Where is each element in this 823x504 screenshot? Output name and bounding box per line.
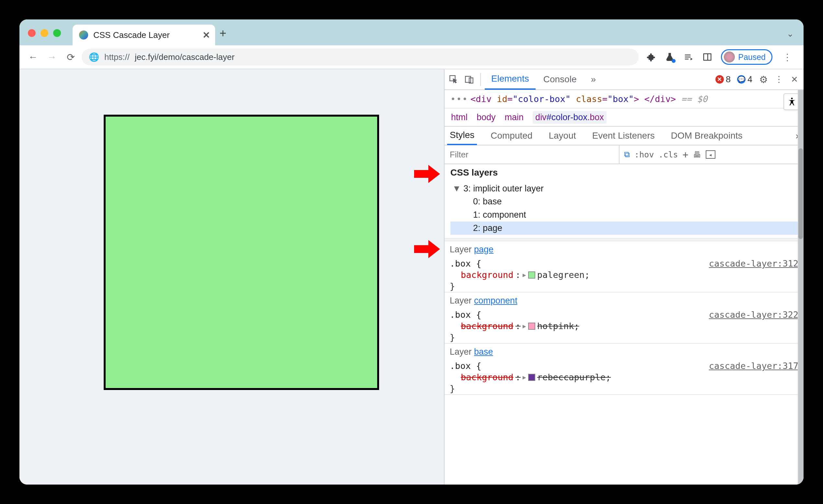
crumb-selected[interactable]: div#color-box.box — [533, 111, 607, 124]
ellipsis-icon[interactable]: ••• — [450, 94, 468, 104]
rule-layer-heading: Layer page — [445, 241, 804, 258]
dom-breadcrumb[interactable]: html body main div#color-box.box — [445, 109, 804, 127]
playlist-icon[interactable] — [683, 52, 694, 62]
crumb-html[interactable]: html — [451, 113, 468, 123]
favicon-icon — [79, 30, 88, 39]
extension-icons: Paused ⋮ — [642, 49, 798, 65]
crumb-main[interactable]: main — [505, 113, 524, 123]
styles-subtabs: Styles Computed Layout Event Listeners D… — [445, 127, 804, 145]
styles-filter-row: ⧉ :hov .cls + 🖶 ◂ — [445, 145, 804, 164]
rule-selector[interactable]: .box { — [450, 259, 482, 269]
extensions-puzzle-icon[interactable] — [646, 52, 656, 62]
rule-source-link[interactable]: cascade-layer:312 — [709, 259, 798, 269]
hov-toggle[interactable]: :hov — [634, 150, 654, 159]
rule-selector[interactable]: .box { — [450, 310, 482, 320]
subtab-layout[interactable]: Layout — [546, 126, 579, 145]
devtools-panel: Elements Console » ✕8 💬4 ⚙ ⋮ ✕ ••• <div … — [444, 69, 804, 485]
paused-label: Paused — [738, 52, 766, 62]
rule-source-link[interactable]: cascade-layer:322 — [709, 310, 798, 320]
title-bar: CSS Cascade Layer ✕ + ⌄ — [19, 19, 804, 45]
svg-point-3 — [791, 98, 793, 100]
url-protocol: https:// — [104, 52, 130, 62]
subtab-styles[interactable]: Styles — [447, 126, 477, 145]
print-media-icon[interactable]: 🖶 — [693, 150, 701, 159]
callout-arrow-icon — [414, 239, 440, 259]
back-button[interactable]: ← — [25, 49, 41, 65]
layer-component[interactable]: 1: component — [450, 208, 804, 221]
window-close-button[interactable] — [28, 29, 36, 37]
color-box — [104, 115, 379, 390]
forward-button[interactable]: → — [44, 49, 59, 65]
rule-property[interactable]: background: ▶ palegreen; — [445, 269, 804, 281]
messages-badge[interactable]: 💬4 — [734, 74, 755, 85]
rule-property[interactable]: background: ▶ rebeccapurple; — [445, 371, 804, 383]
layer-link[interactable]: base — [474, 347, 493, 357]
rule-close-brace: } — [445, 281, 804, 292]
devtools-scrollbar[interactable] — [798, 90, 804, 485]
layers-toggle-icon[interactable]: ⧉ — [624, 150, 630, 159]
devtools-menu-icon[interactable]: ⋮ — [772, 72, 786, 87]
browser-window: CSS Cascade Layer ✕ + ⌄ ← → ⟳ 🌐 https://… — [19, 19, 804, 485]
style-rule: Layer component.box {cascade-layer:322ba… — [445, 293, 804, 344]
reload-button[interactable]: ⟳ — [63, 49, 78, 65]
tab-close-button[interactable]: ✕ — [202, 30, 210, 40]
browser-tab[interactable]: CSS Cascade Layer ✕ — [72, 25, 215, 45]
callout-arrow-icon — [414, 164, 440, 184]
crumb-body[interactable]: body — [477, 113, 496, 123]
layer-link[interactable]: component — [474, 296, 517, 306]
layer-root[interactable]: 3: implicit outer layer — [450, 182, 804, 195]
rule-source-link[interactable]: cascade-layer:317 — [709, 361, 798, 371]
rule-layer-heading: Layer component — [445, 293, 804, 309]
subtab-computed[interactable]: Computed — [488, 126, 535, 145]
new-tab-button[interactable]: + — [215, 27, 231, 45]
layer-page[interactable]: 2: page — [450, 221, 804, 235]
rule-close-brace: } — [445, 383, 804, 394]
css-layers-heading: CSS layers — [445, 164, 804, 181]
tab-elements[interactable]: Elements — [485, 69, 536, 90]
address-bar[interactable]: 🌐 https://jec.fyi/demo/cascade-layer — [81, 48, 639, 65]
rule-selector[interactable]: .box { — [450, 361, 482, 371]
new-style-rule-icon[interactable]: + — [682, 149, 688, 160]
layer-link[interactable]: page — [474, 244, 493, 254]
cls-toggle[interactable]: .cls — [658, 150, 678, 159]
subtab-event-listeners[interactable]: Event Listeners — [590, 126, 657, 145]
window-minimize-button[interactable] — [40, 29, 48, 37]
dom-selected-node[interactable]: ••• <div id="color-box" class="box"> </d… — [445, 90, 804, 109]
site-info-icon[interactable]: 🌐 — [89, 52, 99, 62]
window-maximize-button[interactable] — [53, 29, 61, 37]
url-path: jec.fyi/demo/cascade-layer — [135, 52, 234, 62]
layer-base[interactable]: 0: base — [450, 195, 804, 208]
panel-icon[interactable] — [702, 52, 712, 62]
styles-filter-input[interactable] — [445, 145, 620, 164]
toggle-sidebar-icon[interactable]: ◂ — [706, 150, 715, 159]
avatar-icon — [724, 51, 735, 62]
flask-icon[interactable] — [665, 52, 675, 62]
inspect-element-icon[interactable] — [447, 72, 461, 87]
toolbar: ← → ⟳ 🌐 https://jec.fyi/demo/cascade-lay… — [19, 45, 804, 69]
subtab-dom-breakpoints[interactable]: DOM Breakpoints — [668, 126, 745, 145]
device-toggle-icon[interactable] — [462, 72, 476, 87]
tab-title: CSS Cascade Layer — [93, 30, 197, 40]
style-rule: Layer page.box {cascade-layer:312backgro… — [445, 241, 804, 293]
rule-layer-heading: Layer base — [445, 344, 804, 360]
browser-menu-button[interactable]: ⋮ — [781, 52, 794, 62]
error-badge[interactable]: ✕8 — [713, 74, 733, 85]
page-viewport — [19, 69, 444, 485]
color-swatch-icon[interactable] — [528, 323, 535, 330]
window-controls — [19, 29, 69, 45]
style-rule: Layer base.box {cascade-layer:317backgro… — [445, 344, 804, 395]
rule-close-brace: } — [445, 332, 804, 343]
settings-gear-icon[interactable]: ⚙ — [756, 72, 771, 87]
css-layers-tree: 3: implicit outer layer 0: base 1: compo… — [445, 181, 804, 238]
tab-list-chevron-icon[interactable]: ⌄ — [787, 29, 804, 45]
tab-more-chevron-icon[interactable]: » — [584, 69, 602, 90]
svg-rect-1 — [465, 76, 471, 82]
color-swatch-icon[interactable] — [528, 374, 535, 381]
devtools-close-icon[interactable]: ✕ — [787, 72, 802, 87]
profile-paused-chip[interactable]: Paused — [721, 49, 773, 65]
rule-property[interactable]: background: ▶ hotpink; — [445, 320, 804, 332]
color-swatch-icon[interactable] — [528, 272, 535, 279]
devtools-toolbar: Elements Console » ✕8 💬4 ⚙ ⋮ ✕ — [445, 69, 804, 90]
tab-console[interactable]: Console — [537, 69, 583, 90]
